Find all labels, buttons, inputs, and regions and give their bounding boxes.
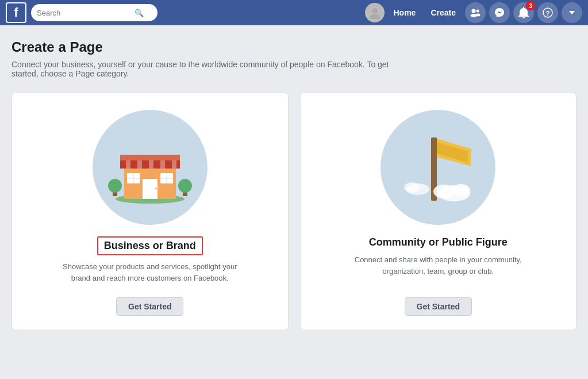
community-desc: Connect and share with people in your co…	[346, 254, 530, 277]
svg-point-0	[372, 8, 378, 14]
svg-point-4	[476, 10, 479, 13]
svg-rect-18	[172, 160, 176, 169]
svg-text:?: ?	[546, 10, 550, 17]
nav-right: Home Create 3 ?	[365, 2, 583, 23]
search-bar[interactable]: 🔍	[31, 4, 157, 21]
svg-rect-14	[126, 160, 130, 169]
community-public-figure-card[interactable]: Community or Public Figure Connect and s…	[300, 92, 577, 330]
svg-point-35	[433, 185, 454, 198]
business-brand-get-started-button[interactable]: Get Started	[116, 297, 183, 316]
navbar: f 🔍 Home Create 3 ?	[0, 0, 588, 25]
page-content: Create a Page Connect your business, you…	[0, 25, 588, 344]
cards-row: Business or Brand Showcase your products…	[11, 92, 577, 330]
notifications-icon-button[interactable]: 3	[513, 2, 534, 23]
svg-point-5	[476, 14, 481, 17]
notification-badge: 3	[526, 1, 535, 10]
svg-marker-8	[569, 11, 575, 14]
svg-rect-15	[137, 160, 142, 169]
svg-rect-16	[149, 160, 153, 169]
svg-rect-17	[160, 160, 165, 169]
help-icon-button[interactable]: ?	[537, 2, 558, 23]
facebook-logo: f	[6, 2, 26, 23]
search-icon: 🔍	[134, 9, 144, 17]
search-input[interactable]	[37, 9, 134, 17]
friends-icon-button[interactable]	[465, 2, 486, 23]
svg-point-30	[178, 179, 192, 193]
avatar	[365, 3, 385, 22]
svg-point-2	[472, 9, 476, 13]
account-dropdown-button[interactable]	[562, 2, 582, 23]
community-title: Community or Public Figure	[369, 236, 508, 248]
business-brand-desc: Showcase your products and services, spo…	[58, 261, 242, 284]
svg-point-1	[370, 14, 380, 19]
svg-point-20	[155, 187, 157, 190]
svg-point-36	[452, 184, 470, 197]
community-get-started-button[interactable]: Get Started	[405, 297, 472, 316]
create-nav-link[interactable]: Create	[425, 5, 462, 21]
community-illustration	[381, 110, 495, 225]
page-title: Create a Page	[11, 39, 577, 55]
business-brand-illustration	[93, 110, 207, 225]
business-brand-title: Business or Brand	[97, 236, 203, 255]
business-brand-card[interactable]: Business or Brand Showcase your products…	[11, 92, 289, 330]
page-subtitle: Connect your business, yourself or your …	[11, 60, 414, 78]
svg-point-28	[108, 179, 122, 193]
home-nav-link[interactable]: Home	[388, 5, 422, 21]
svg-point-38	[404, 182, 420, 193]
messenger-icon-button[interactable]	[489, 2, 510, 23]
